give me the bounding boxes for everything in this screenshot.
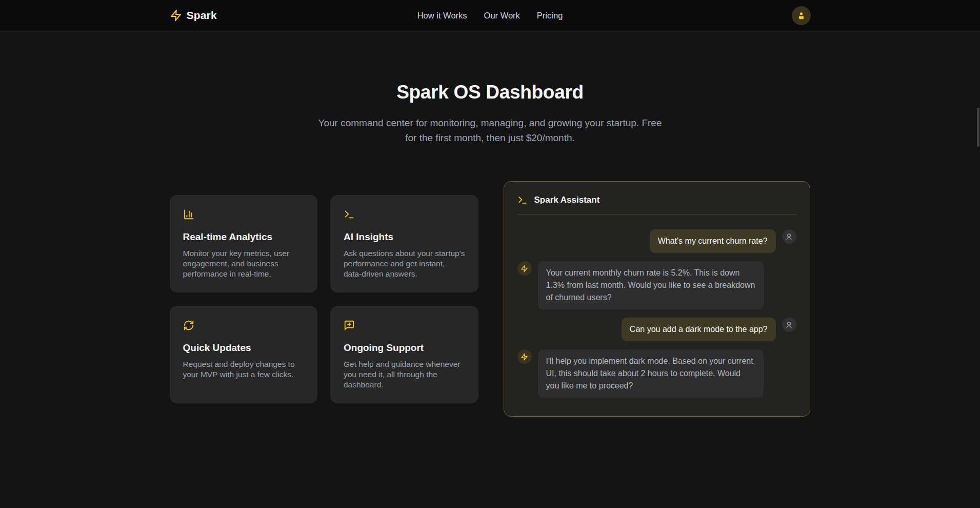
assistant-title: Spark Assistant xyxy=(534,195,600,205)
chat-message-user: What's my current churn rate? xyxy=(517,229,796,253)
chat-message-user: Can you add a dark mode to the app? xyxy=(517,318,796,341)
user-message-bubble: What's my current churn rate? xyxy=(650,229,776,253)
terminal-icon xyxy=(344,209,465,220)
assistant-avatar xyxy=(517,261,532,276)
zap-icon xyxy=(170,9,182,22)
nav-our-work[interactable]: Our Work xyxy=(484,11,520,21)
zap-icon xyxy=(521,265,528,272)
divider xyxy=(517,214,796,214)
nav-how-it-works[interactable]: How it Works xyxy=(417,11,467,21)
user-avatar xyxy=(782,229,796,244)
assistant-message-bubble: I'll help you implement dark mode. Based… xyxy=(538,349,764,398)
brand-name: Spark xyxy=(187,9,217,22)
features-grid: Real-time Analytics Monitor your key met… xyxy=(170,195,478,403)
assistant-header: Spark Assistant xyxy=(517,195,796,205)
feature-card-ongoing-support: Ongoing Support Get help and guidance wh… xyxy=(330,306,478,403)
feature-description: Get help and guidance whenever you need … xyxy=(344,359,465,390)
refresh-icon xyxy=(183,320,305,331)
feature-title: Quick Updates xyxy=(183,342,305,354)
main-content: Spark OS Dashboard Your command center f… xyxy=(0,31,980,417)
user-avatar-button[interactable] xyxy=(792,6,811,25)
zap-icon xyxy=(521,353,528,361)
feature-description: Request and deploy changes to your MVP w… xyxy=(183,359,305,380)
top-nav-bar: Spark How it Works Our Work Pricing xyxy=(0,0,980,31)
user-avatar xyxy=(782,318,796,332)
terminal-icon xyxy=(517,195,528,205)
feature-title: Real-time Analytics xyxy=(183,231,305,243)
spark-assistant-panel: Spark Assistant What's my current churn … xyxy=(504,181,810,417)
chat-message-assistant: Your current monthly churn rate is 5.2%.… xyxy=(517,261,796,309)
user-icon xyxy=(785,321,793,329)
scrollbar-thumb[interactable] xyxy=(977,108,979,147)
feature-title: AI Insights xyxy=(344,231,465,243)
main-nav: How it Works Our Work Pricing xyxy=(417,11,563,21)
user-icon xyxy=(785,232,793,241)
assistant-message-bubble: Your current monthly churn rate is 5.2%.… xyxy=(538,261,764,309)
brand-logo[interactable]: Spark xyxy=(170,9,217,22)
assistant-avatar xyxy=(517,349,532,364)
feature-description: Monitor your key metrics, user engagemen… xyxy=(183,248,305,279)
page-title: Spark OS Dashboard xyxy=(0,82,980,103)
feature-card-ai-insights: AI Insights Ask questions about your sta… xyxy=(330,195,478,292)
message-square-plus-icon xyxy=(344,320,465,331)
feature-description: Ask questions about your startup's perfo… xyxy=(344,248,465,279)
chart-column-icon xyxy=(183,209,305,220)
chat-messages: What's my current churn rate? xyxy=(517,229,796,398)
user-message-bubble: Can you add a dark mode to the app? xyxy=(622,318,776,341)
feature-card-quick-updates: Quick Updates Request and deploy changes… xyxy=(170,306,318,403)
user-icon xyxy=(796,11,806,21)
feature-card-realtime-analytics: Real-time Analytics Monitor your key met… xyxy=(170,195,318,292)
chat-message-assistant: I'll help you implement dark mode. Based… xyxy=(517,349,796,398)
feature-title: Ongoing Support xyxy=(344,342,465,354)
nav-pricing[interactable]: Pricing xyxy=(537,11,563,21)
page-subtitle: Your command center for monitoring, mana… xyxy=(316,115,665,145)
